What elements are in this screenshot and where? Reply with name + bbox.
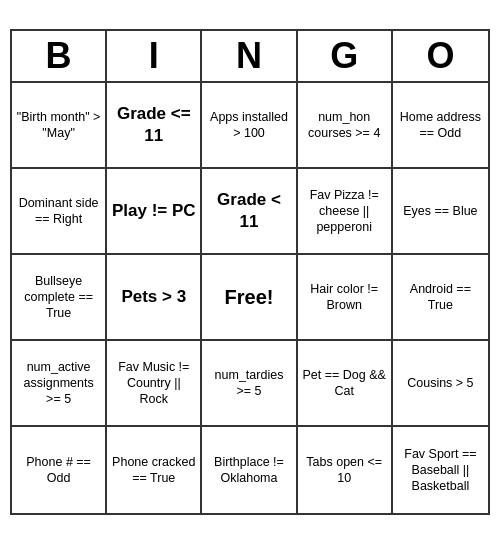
bingo-cell-9: Fav Pizza != cheese || pepperoni xyxy=(298,169,393,255)
bingo-cell-15: Android == True xyxy=(393,255,488,341)
bingo-cell-19: Pet == Dog && Cat xyxy=(298,341,393,427)
bingo-cell-7: Play != PC xyxy=(107,169,202,255)
bingo-cell-24: Tabs open <= 10 xyxy=(298,427,393,513)
bingo-cell-3: Apps installed > 100 xyxy=(202,83,297,169)
bingo-cell-4: num_hon courses >= 4 xyxy=(298,83,393,169)
bingo-card: BINGO "Birth month" > "May"Grade <= 11Ap… xyxy=(10,29,490,515)
bingo-cell-18: num_tardies >= 5 xyxy=(202,341,297,427)
header-letter: O xyxy=(393,31,488,81)
bingo-cell-5: Home address == Odd xyxy=(393,83,488,169)
bingo-cell-6: Dominant side == Right xyxy=(12,169,107,255)
bingo-cell-12: Pets > 3 xyxy=(107,255,202,341)
bingo-cell-21: Phone # == Odd xyxy=(12,427,107,513)
header-letter: B xyxy=(12,31,107,81)
bingo-cell-22: Phone cracked == True xyxy=(107,427,202,513)
bingo-header: BINGO xyxy=(12,31,488,83)
bingo-grid: "Birth month" > "May"Grade <= 11Apps ins… xyxy=(12,83,488,513)
bingo-cell-10: Eyes == Blue xyxy=(393,169,488,255)
bingo-cell-14: Hair color != Brown xyxy=(298,255,393,341)
bingo-cell-8: Grade < 11 xyxy=(202,169,297,255)
header-letter: I xyxy=(107,31,202,81)
bingo-cell-20: Cousins > 5 xyxy=(393,341,488,427)
bingo-cell-13: Free! xyxy=(202,255,297,341)
bingo-cell-11: Bullseye complete == True xyxy=(12,255,107,341)
bingo-cell-2: Grade <= 11 xyxy=(107,83,202,169)
header-letter: N xyxy=(202,31,297,81)
bingo-cell-17: Fav Music != Country || Rock xyxy=(107,341,202,427)
bingo-cell-25: Fav Sport == Baseball || Basketball xyxy=(393,427,488,513)
header-letter: G xyxy=(298,31,393,81)
bingo-cell-16: num_active assignments >= 5 xyxy=(12,341,107,427)
bingo-cell-1: "Birth month" > "May" xyxy=(12,83,107,169)
bingo-cell-23: Birthplace != Oklahoma xyxy=(202,427,297,513)
